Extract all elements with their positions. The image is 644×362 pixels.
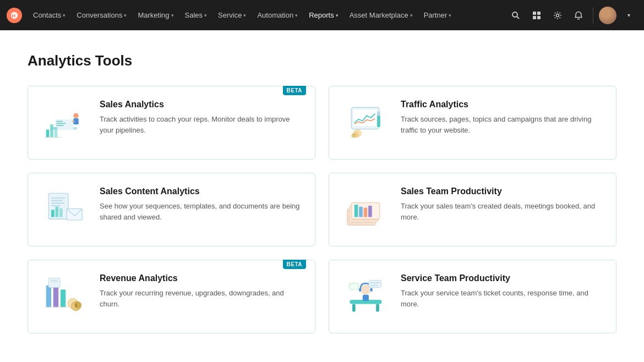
svg-rect-41	[359, 206, 363, 217]
traffic-analytics-content: Traffic Analytics Track sources, pages, …	[401, 100, 603, 135]
sales-content-analytics-desc: See how your sequences, templates, and d…	[100, 201, 302, 222]
marketplace-icon[interactable]	[528, 7, 545, 24]
chevron-down-icon: ▾	[449, 13, 451, 18]
beta-badge: BETA	[283, 260, 306, 269]
beta-badge: BETA	[283, 86, 306, 95]
sales-analytics-title: Sales Analytics	[100, 100, 302, 109]
svg-point-2	[512, 12, 517, 17]
nav-sales[interactable]: Sales ▾	[181, 8, 212, 23]
svg-rect-18	[50, 124, 53, 137]
svg-rect-30	[51, 200, 63, 201]
service-team-productivity-illustration	[340, 273, 390, 317]
svg-rect-35	[59, 208, 63, 217]
svg-rect-16	[72, 120, 75, 122]
notifications-icon[interactable]	[570, 7, 587, 24]
nav-asset-marketplace[interactable]: Asset Marketplace ▾	[345, 8, 417, 23]
nav-contacts[interactable]: Contacts ▾	[29, 8, 70, 23]
svg-rect-5	[537, 12, 541, 15]
sales-team-productivity-title: Sales Team Productivity	[401, 187, 603, 196]
svg-point-27	[351, 134, 356, 138]
sales-analytics-desc: Track activities to coach your reps. Mon…	[100, 114, 302, 135]
sales-team-productivity-content: Sales Team Productivity Track your sales…	[401, 187, 603, 222]
nav-partner[interactable]: Partner ▾	[419, 8, 456, 23]
svg-rect-24	[377, 116, 380, 127]
search-button[interactable]	[507, 7, 525, 24]
traffic-analytics-title: Traffic Analytics	[401, 100, 603, 109]
svg-rect-19	[54, 127, 57, 137]
svg-rect-62	[362, 294, 368, 300]
svg-rect-29	[51, 197, 66, 198]
nav-service[interactable]: Service ▾	[214, 8, 250, 23]
sales-content-analytics-illustration	[39, 187, 89, 231]
revenue-analytics-illustration: $	[39, 273, 89, 317]
svg-marker-68	[354, 289, 357, 292]
svg-rect-63	[369, 280, 381, 287]
svg-rect-13	[56, 125, 63, 126]
traffic-analytics-illustration	[340, 100, 390, 144]
nav-conversations[interactable]: Conversations ▾	[72, 8, 131, 23]
svg-rect-6	[533, 16, 536, 19]
sales-content-analytics-title: Sales Content Analytics	[100, 187, 302, 196]
svg-rect-34	[55, 206, 58, 217]
svg-rect-47	[60, 289, 65, 307]
user-avatar[interactable]	[599, 7, 616, 24]
sales-team-productivity-illustration	[340, 187, 390, 231]
svg-rect-12	[56, 123, 66, 124]
sales-analytics-illustration	[39, 100, 89, 144]
traffic-analytics-desc: Track sources, pages, topics and campaig…	[401, 114, 603, 135]
service-team-productivity-content: Service Team Productivity Track your ser…	[401, 273, 603, 309]
revenue-analytics-title: Revenue Analytics	[100, 273, 302, 283]
revenue-analytics-card[interactable]: BETA $	[28, 260, 315, 333]
svg-rect-17	[46, 129, 49, 137]
service-team-productivity-card[interactable]: Service Team Productivity Track your ser…	[329, 260, 616, 333]
svg-rect-45	[46, 285, 51, 306]
nav-automation[interactable]: Automation ▾	[253, 8, 302, 23]
chevron-down-icon: ▾	[171, 13, 174, 18]
svg-text:H: H	[12, 13, 15, 18]
svg-rect-11	[56, 120, 62, 122]
sales-team-productivity-desc: Track your sales team's created deals, m…	[401, 201, 603, 222]
nav-action-icons: ▾	[507, 7, 637, 24]
main-content: Analytics Tools BETA	[0, 30, 644, 362]
chevron-down-icon: ▾	[63, 13, 66, 18]
chevron-down-icon: ▾	[124, 13, 127, 18]
traffic-analytics-card[interactable]: Traffic Analytics Track sources, pages, …	[329, 86, 616, 160]
svg-rect-31	[51, 202, 64, 204]
svg-text:$: $	[74, 303, 77, 308]
chevron-down-icon: ▾	[295, 13, 298, 18]
svg-rect-67	[349, 283, 358, 289]
svg-rect-49	[48, 278, 60, 287]
service-team-productivity-desc: Track your service team's ticket counts,…	[401, 288, 603, 309]
svg-rect-57	[352, 304, 356, 311]
svg-rect-32	[51, 205, 61, 206]
navbar: H Contacts ▾ Conversations ▾ Marketing ▾…	[0, 0, 644, 30]
svg-rect-44	[351, 219, 380, 221]
nav-reports[interactable]: Reports ▾	[304, 8, 343, 23]
chevron-down-icon: ▾	[204, 13, 207, 18]
svg-rect-7	[537, 16, 541, 19]
chevron-down-icon: ▾	[336, 13, 339, 18]
svg-rect-58	[376, 304, 379, 311]
page-title: Analytics Tools	[28, 52, 616, 69]
chevron-down-icon: ▾	[410, 13, 413, 18]
sales-content-analytics-content: Sales Content Analytics See how your seq…	[100, 187, 302, 222]
svg-rect-60	[359, 288, 361, 292]
hubspot-logo[interactable]: H	[7, 8, 22, 23]
svg-line-3	[517, 17, 519, 19]
nav-marketing[interactable]: Marketing ▾	[133, 8, 178, 23]
nav-divider	[593, 7, 593, 24]
revenue-analytics-content: Revenue Analytics Track your recurring r…	[100, 273, 302, 309]
sales-team-productivity-card[interactable]: Sales Team Productivity Track your sales…	[329, 173, 616, 246]
sales-content-analytics-card[interactable]: Sales Content Analytics See how your seq…	[28, 173, 315, 246]
settings-icon[interactable]	[549, 7, 566, 24]
user-chevron-icon[interactable]: ▾	[620, 7, 637, 24]
sales-analytics-card[interactable]: BETA	[28, 86, 315, 160]
svg-rect-33	[51, 210, 54, 217]
svg-point-14	[73, 113, 78, 118]
svg-rect-42	[363, 207, 367, 217]
svg-rect-61	[370, 288, 372, 292]
svg-rect-43	[368, 205, 372, 217]
analytics-cards-grid: BETA	[28, 86, 616, 333]
svg-rect-40	[354, 205, 358, 217]
sales-analytics-content: Sales Analytics Track activities to coac…	[100, 100, 302, 135]
